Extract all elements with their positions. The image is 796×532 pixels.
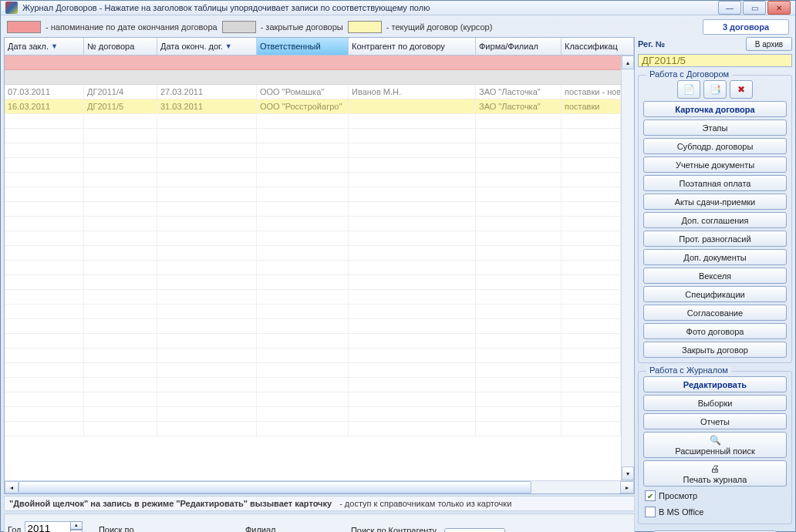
accounting-button[interactable]: Учетные документы (643, 157, 787, 173)
msoffice-label: В MS Office (659, 507, 703, 517)
hint-text-b: - доступ к справочникам только из карточ… (339, 499, 511, 508)
scroll-thumb[interactable] (19, 481, 531, 493)
table-header: Дата закл.▼ № договора Дата оконч. дог.▼… (5, 38, 634, 56)
search-label: Поиск по (99, 525, 238, 532)
year-input[interactable] (25, 521, 71, 532)
legend-closed: - закрытые договоры (261, 22, 343, 32)
scroll-up-icon[interactable]: ▴ (622, 56, 634, 69)
card-button[interactable]: Карточка договора (643, 101, 787, 117)
filter-panel: Год ▴ ▾ Мес (4, 513, 635, 532)
selections-button[interactable]: Выборки (643, 395, 787, 411)
app-icon (5, 2, 18, 14)
table-row[interactable]: 16.03.2011 ДГ2011/5 31.03.2011 ООО "Росс… (5, 99, 621, 114)
print-journal-button[interactable]: 🖨 Печать журнала (643, 460, 787, 487)
legend-row: - напоминание по дате окончания договора… (4, 19, 792, 35)
vertical-scrollbar[interactable]: ▴ ▾ (621, 56, 634, 480)
col-date[interactable]: Дата закл.▼ (5, 38, 84, 55)
contract-count: 3 договора (703, 19, 789, 35)
swatch-current (348, 21, 382, 33)
msoffice-checkbox[interactable] (645, 507, 656, 517)
agent-search-label: Поиск по Контрагенту (351, 526, 437, 532)
window-title: Журнал Договоров - Нажатие на заголовок … (22, 3, 718, 12)
table-body[interactable]: 07.03.2011 ДГ2011/4 27.03.2011 ООО "Рома… (5, 56, 621, 480)
horizontal-scrollbar[interactable]: ◂ ▸ (5, 480, 634, 493)
regnum-input[interactable] (638, 54, 792, 67)
delete-icon[interactable]: ✖ (730, 80, 753, 99)
table-row[interactable]: 07.03.2011 ДГ2011/4 27.03.2011 ООО "Рома… (5, 85, 621, 99)
app-window: Журнал Договоров - Нажатие на заголовок … (0, 0, 796, 532)
hint-text-a: "Двойной щелчок" на запись в режиме "Ред… (9, 499, 332, 508)
titlebar[interactable]: Журнал Договоров - Нажатие на заголовок … (1, 1, 795, 15)
journal-actions-group: Работа с Журналом Редактировать Выборки … (638, 371, 792, 524)
pink-separator (5, 56, 621, 70)
reports-button[interactable]: Отчеты (643, 413, 787, 429)
stages-button[interactable]: Этапы (643, 120, 787, 136)
staged-pay-button[interactable]: Поэтапная оплата (643, 175, 787, 191)
close-contract-button[interactable]: Закрыть договор (643, 342, 787, 358)
branch-label: Филиал (245, 525, 343, 532)
subcontracts-button[interactable]: Субподр. договоры (643, 138, 787, 154)
scroll-down-icon[interactable]: ▾ (622, 466, 634, 480)
hint-bar: "Двойной щелчок" на запись в режиме "Ред… (4, 496, 635, 511)
col-responsible[interactable]: Ответственный (257, 38, 349, 55)
col-class[interactable]: Классификац (562, 38, 634, 55)
approval-button[interactable]: Согласование (643, 305, 787, 321)
col-end-date[interactable]: Дата оконч. дог.▼ (157, 38, 257, 55)
regnum-label: Рег. № (638, 39, 665, 49)
legend-current: - текущий договор (курсор) (386, 22, 493, 32)
contracts-table: Дата закл.▼ № договора Дата оконч. дог.▼… (4, 37, 635, 494)
legend-reminder: - напоминание по дате окончания договора (46, 22, 218, 32)
col-firm[interactable]: Фирма/Филиал (476, 38, 562, 55)
close-button[interactable]: ✕ (767, 1, 791, 15)
copy-icon[interactable]: 📑 (703, 80, 727, 99)
specs-button[interactable]: Спецификации (643, 286, 787, 302)
maximize-button[interactable]: ▭ (743, 1, 766, 15)
swatch-reminder (7, 21, 41, 33)
year-label: Год (8, 525, 22, 532)
acts-button[interactable]: Акты сдачи-приемки (643, 194, 787, 210)
adddocs-button[interactable]: Доп. документы (643, 249, 787, 265)
swatch-closed (222, 21, 256, 33)
preview-checkbox[interactable]: ✔ (645, 490, 656, 501)
col-agent[interactable]: Контрагент по договору (349, 38, 476, 55)
minimize-button[interactable]: — (718, 1, 741, 15)
protocol-button[interactable]: Прот. разногласий (643, 231, 787, 247)
contract-actions-group: Работа с Договором 📄 📑 ✖ Карточка догово… (638, 75, 792, 363)
all-records-button[interactable]: Все записи (444, 528, 505, 532)
col-number[interactable]: № договора (84, 38, 157, 55)
edit-button[interactable]: Редактировать (643, 376, 787, 392)
advanced-search-button[interactable]: 🔍 Расширенный поиск (643, 432, 787, 458)
archive-button[interactable]: В архив (746, 37, 792, 51)
preview-label: Просмотр (659, 491, 697, 500)
scroll-right-icon[interactable]: ▸ (620, 481, 634, 493)
scroll-left-icon[interactable]: ◂ (5, 481, 19, 493)
year-up-icon[interactable]: ▴ (70, 521, 83, 530)
search-icon: 🔍 (710, 435, 721, 446)
grey-separator (5, 70, 621, 85)
journal-actions-title: Работа с Журналом (646, 365, 731, 375)
photo-button[interactable]: Фото договора (643, 323, 787, 339)
addagreements-button[interactable]: Доп. соглашения (643, 212, 787, 228)
contract-actions-title: Работа с Договором (646, 69, 732, 79)
new-icon[interactable]: 📄 (677, 80, 700, 99)
printer-icon: 🖨 (710, 463, 720, 474)
bills-button[interactable]: Векселя (643, 268, 787, 284)
